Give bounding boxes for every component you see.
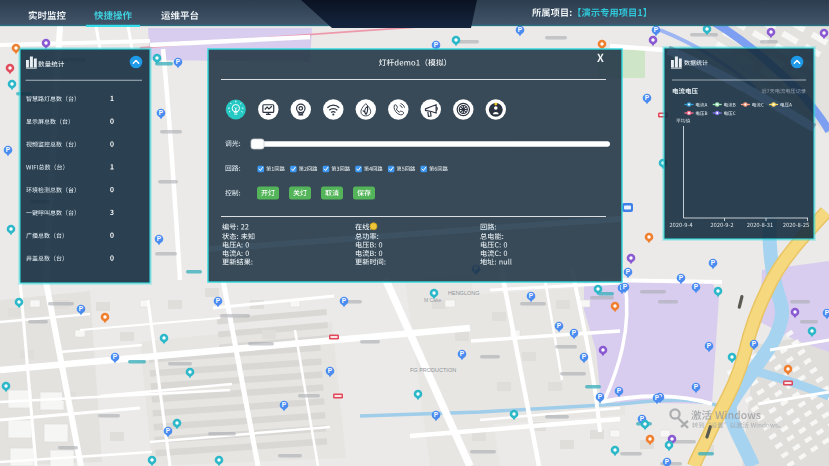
svg-text:P: P: [825, 309, 829, 316]
svg-text:P: P: [626, 268, 631, 275]
svg-text:P: P: [460, 350, 465, 357]
svg-text:P: P: [166, 427, 171, 434]
svg-text:P: P: [598, 393, 603, 400]
svg-text:P: P: [518, 26, 523, 33]
svg-text:HENGLONG: HENGLONG: [448, 290, 479, 296]
svg-text:P: P: [328, 367, 333, 374]
svg-text:FG PRODUCTION: FG PRODUCTION: [410, 367, 456, 373]
svg-text:P: P: [694, 283, 699, 290]
svg-text:P: P: [654, 26, 659, 33]
svg-text:P: P: [665, 458, 670, 465]
svg-text:P: P: [617, 387, 622, 394]
svg-text:P: P: [216, 297, 221, 304]
svg-text:P: P: [623, 283, 628, 290]
svg-text:P: P: [157, 235, 162, 242]
svg-text:P: P: [645, 94, 650, 101]
svg-text:P: P: [655, 394, 660, 401]
svg-text:P: P: [572, 329, 577, 336]
svg-text:P: P: [694, 383, 699, 390]
svg-text:P: P: [557, 322, 562, 329]
svg-text:P: P: [707, 342, 712, 349]
svg-text:P: P: [529, 292, 534, 299]
svg-text:P: P: [79, 305, 84, 312]
svg-text:P: P: [711, 259, 716, 266]
svg-text:P: P: [752, 340, 757, 347]
svg-text:P: P: [434, 411, 439, 418]
svg-text:P: P: [176, 58, 181, 65]
svg-text:P: P: [159, 109, 164, 116]
svg-text:P: P: [679, 274, 684, 281]
svg-text:M Cake: M Cake: [424, 297, 441, 303]
svg-text:P: P: [113, 353, 118, 360]
svg-text:P: P: [342, 297, 347, 304]
svg-text:P: P: [582, 353, 587, 360]
svg-text:P: P: [434, 41, 439, 48]
svg-text:P: P: [6, 146, 11, 153]
svg-text:P: P: [282, 401, 287, 408]
